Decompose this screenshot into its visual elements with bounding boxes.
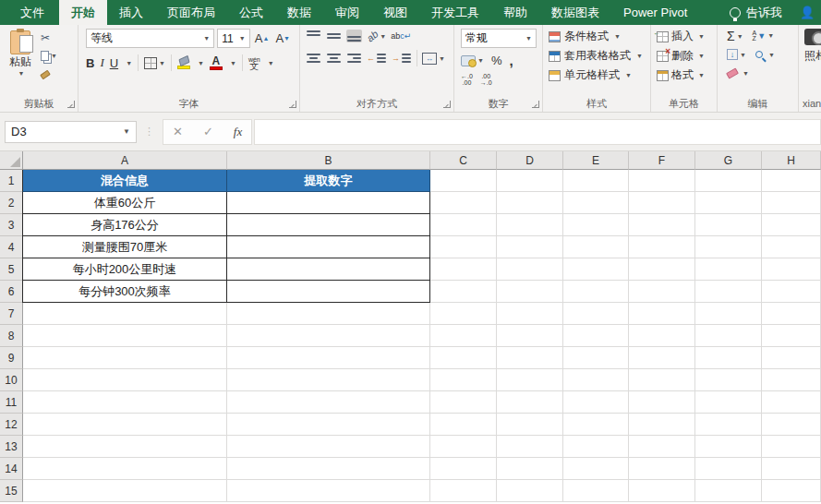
increase-indent-button[interactable]: → <box>392 52 412 65</box>
comma-style-button[interactable]: , <box>510 53 513 68</box>
cell-G7[interactable] <box>695 303 762 325</box>
column-header-C[interactable]: C <box>430 151 497 170</box>
cell-E14[interactable] <box>563 458 629 480</box>
cell-F14[interactable] <box>629 458 695 480</box>
cell-C12[interactable] <box>430 414 497 436</box>
cell-H8[interactable] <box>762 325 821 347</box>
sort-filter-button[interactable]: AZ▼▼ <box>753 30 775 42</box>
cell-G5[interactable] <box>695 258 762 281</box>
cell-G2[interactable] <box>695 192 762 214</box>
increase-decimal-button[interactable]: ←.0.00 <box>461 73 473 86</box>
cell-C7[interactable] <box>430 303 497 325</box>
increase-font-size-button[interactable]: A▲ <box>253 31 272 45</box>
column-header-E[interactable]: E <box>563 151 629 170</box>
cell-H15[interactable] <box>762 480 821 502</box>
cell-F11[interactable] <box>629 391 695 414</box>
fill-button[interactable]: ↓▼ <box>727 49 746 60</box>
cell-G8[interactable] <box>695 325 762 347</box>
cell-F2[interactable] <box>629 192 695 214</box>
cell-F12[interactable] <box>629 414 695 436</box>
tab-insert[interactable]: 插入 <box>107 0 155 25</box>
cell-C1[interactable] <box>430 170 497 192</box>
tab-file[interactable]: 文件 <box>6 0 59 25</box>
cell-B7[interactable] <box>227 303 430 325</box>
cell-B9[interactable] <box>227 347 430 369</box>
cell-D3[interactable] <box>497 214 563 236</box>
cell-B8[interactable] <box>227 325 430 347</box>
cell-B11[interactable] <box>227 391 430 414</box>
cell-H10[interactable] <box>762 369 821 391</box>
cell-C14[interactable] <box>430 458 497 480</box>
cell-D1[interactable] <box>497 170 563 192</box>
cell-E8[interactable] <box>563 325 629 347</box>
cell-E9[interactable] <box>563 347 629 369</box>
row-header-3[interactable]: 3 <box>0 214 23 236</box>
cell-D7[interactable] <box>497 303 563 325</box>
row-header-2[interactable]: 2 <box>0 192 23 214</box>
cell-A7[interactable] <box>23 303 227 325</box>
cell-B5[interactable] <box>227 258 430 281</box>
cell-H12[interactable] <box>762 414 821 436</box>
cell-A6[interactable]: 每分钟300次频率 <box>22 281 227 303</box>
cell-F8[interactable] <box>629 325 695 347</box>
cell-A9[interactable] <box>23 347 227 369</box>
cell-D11[interactable] <box>497 391 563 414</box>
cell-D10[interactable] <box>497 369 563 391</box>
accounting-format-button[interactable]: ▼ <box>461 55 484 66</box>
row-header-14[interactable]: 14 <box>0 458 23 480</box>
cell-E6[interactable] <box>563 281 629 303</box>
percent-style-button[interactable]: % <box>491 54 502 67</box>
cell-styles-button[interactable]: 单元格样式▼ <box>549 66 645 84</box>
format-as-table-button[interactable]: 套用表格格式▼ <box>549 47 645 65</box>
row-header-13[interactable]: 13 <box>0 436 23 458</box>
cell-E1[interactable] <box>563 170 629 192</box>
cell-F4[interactable] <box>629 236 695 258</box>
cell-D5[interactable] <box>497 258 563 281</box>
cell-B12[interactable] <box>227 414 430 436</box>
cell-C10[interactable] <box>430 369 497 391</box>
cell-H5[interactable] <box>762 258 821 281</box>
align-top-button[interactable] <box>306 30 321 42</box>
row-header-5[interactable]: 5 <box>0 258 23 281</box>
cell-A12[interactable] <box>23 414 227 436</box>
cell-H13[interactable] <box>762 436 821 458</box>
row-header-9[interactable]: 9 <box>0 347 23 369</box>
decrease-indent-button[interactable]: ← <box>367 52 387 65</box>
column-header-H[interactable]: H <box>762 151 821 170</box>
cell-B14[interactable] <box>227 458 430 480</box>
cell-F9[interactable] <box>629 347 695 369</box>
autosum-button[interactable]: Σ▼ <box>727 29 743 43</box>
cell-E12[interactable] <box>563 414 629 436</box>
cell-D12[interactable] <box>497 414 563 436</box>
phonetic-guide-button[interactable]: wén 文 <box>248 56 260 69</box>
cell-A2[interactable]: 体重60公斤 <box>22 192 227 214</box>
cell-C15[interactable] <box>430 480 497 502</box>
align-bottom-button[interactable] <box>346 30 362 42</box>
cell-G13[interactable] <box>695 436 762 458</box>
dialog-launcher-icon[interactable] <box>67 101 75 108</box>
tab-view[interactable]: 视图 <box>371 0 419 25</box>
dialog-launcher-icon[interactable] <box>289 101 296 108</box>
cancel-icon[interactable]: ✕ <box>173 125 183 138</box>
cell-B6[interactable] <box>227 281 430 303</box>
cell-F10[interactable] <box>629 369 695 391</box>
cell-A11[interactable] <box>23 391 227 414</box>
format-cells-button[interactable]: 格式▼ <box>657 66 712 84</box>
decrease-font-size-button[interactable]: A▼ <box>273 31 292 45</box>
cell-D6[interactable] <box>497 281 563 303</box>
cell-A4[interactable]: 测量腰围70厘米 <box>22 236 227 258</box>
cell-A13[interactable] <box>23 436 227 458</box>
cell-C2[interactable] <box>430 192 497 214</box>
cell-A10[interactable] <box>23 369 227 391</box>
cell-F15[interactable] <box>629 480 695 502</box>
tab-power-pivot[interactable]: Power Pivot <box>611 0 699 25</box>
cell-E10[interactable] <box>563 369 629 391</box>
cell-G1[interactable] <box>695 170 762 192</box>
cell-A15[interactable] <box>23 480 227 502</box>
cell-G10[interactable] <box>695 369 762 391</box>
cell-D8[interactable] <box>497 325 563 347</box>
cell-H11[interactable] <box>762 391 821 414</box>
cell-G6[interactable] <box>695 281 762 303</box>
align-middle-button[interactable] <box>326 30 342 42</box>
tab-formulas[interactable]: 公式 <box>227 0 275 25</box>
